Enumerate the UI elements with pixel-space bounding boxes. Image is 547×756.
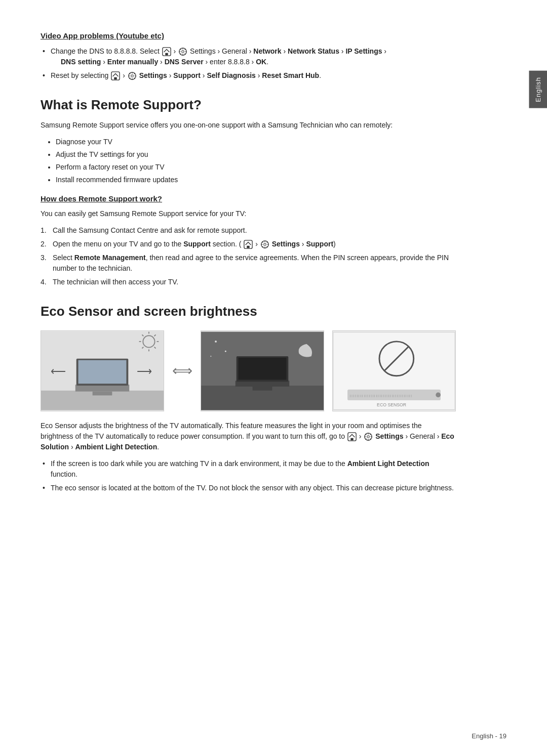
eco-image-1: ⟵ ⟶ bbox=[41, 330, 164, 411]
bullet1-text1: Change the DNS to 8.8.8.8. Select bbox=[51, 47, 162, 55]
list-item: Diagnose your TV bbox=[56, 137, 456, 147]
svg-point-70 bbox=[436, 393, 441, 398]
eco-description: Eco Sensor adjusts the brightness of the… bbox=[41, 421, 456, 452]
video-bullet-2: Reset by selecting › bbox=[41, 70, 456, 81]
eco-images-container: ⟵ ⟶ ⟺ bbox=[41, 330, 456, 411]
svg-line-81 bbox=[370, 439, 371, 440]
how-remote-support-intro: You can easily get Samsung Remote Suppor… bbox=[41, 208, 456, 219]
remote-support-section: What is Remote Support? Samsung Remote S… bbox=[41, 95, 456, 185]
eco-bullet-2: The eco sensor is located at the bottom … bbox=[41, 483, 456, 493]
svg-line-35 bbox=[262, 246, 263, 247]
svg-line-34 bbox=[266, 242, 267, 243]
svg-rect-39 bbox=[75, 385, 129, 392]
step-number: 1. bbox=[41, 225, 47, 236]
settings-icon-3 bbox=[260, 240, 269, 249]
svg-point-62 bbox=[210, 356, 211, 357]
how-remote-support-section: How does Remote Support work? You can ea… bbox=[41, 193, 456, 288]
svg-rect-73 bbox=[350, 438, 353, 441]
bullet2-text: Reset by selecting bbox=[51, 71, 110, 79]
svg-line-21 bbox=[134, 77, 135, 78]
step-text: Call the Samsung Contact Centre and ask … bbox=[53, 226, 247, 234]
settings-icon-4 bbox=[364, 432, 373, 441]
svg-text:⟵: ⟵ bbox=[51, 365, 66, 377]
eco-image-2 bbox=[201, 330, 324, 411]
video-bullet-1: Change the DNS to 8.8.8.8. Select › bbox=[41, 46, 456, 67]
svg-line-22 bbox=[134, 73, 135, 74]
bullet1-text2: › bbox=[174, 47, 178, 55]
settings-icon-2 bbox=[128, 71, 137, 80]
svg-line-82 bbox=[370, 434, 371, 435]
svg-line-9 bbox=[185, 53, 186, 54]
step2-text2: › bbox=[255, 240, 260, 248]
video-app-section: Video App problems (Youtube etc) Change … bbox=[41, 30, 456, 81]
step-text: Open the menu on your TV and go to the S… bbox=[53, 240, 336, 248]
svg-line-33 bbox=[266, 246, 267, 247]
bullet1-text3: Settings › General › Network › Network S… bbox=[190, 47, 386, 55]
eco-sensor-section: Eco Sensor and screen brightness bbox=[41, 302, 456, 493]
home-icon-2 bbox=[111, 71, 120, 80]
step-number: 3. bbox=[41, 253, 47, 263]
remote-support-items: Diagnose your TV Adjust the TV settings … bbox=[41, 137, 456, 185]
svg-rect-1 bbox=[165, 53, 168, 55]
svg-rect-13 bbox=[114, 77, 117, 79]
list-item: Install recommended firmware updates bbox=[56, 175, 456, 185]
svg-rect-25 bbox=[247, 246, 250, 248]
remote-support-intro: Samsung Remote Support service offers yo… bbox=[41, 120, 456, 131]
svg-rect-40 bbox=[93, 392, 112, 396]
how-remote-support-heading: How does Remote Support work? bbox=[41, 193, 456, 205]
home-icon-4 bbox=[347, 432, 357, 441]
svg-line-83 bbox=[366, 439, 367, 440]
svg-line-32 bbox=[262, 242, 263, 243]
svg-point-3 bbox=[182, 51, 184, 53]
svg-text:ECO SENSOR: ECO SENSOR bbox=[377, 402, 406, 407]
step-text: Select Remote Management, then read and … bbox=[53, 254, 449, 272]
svg-rect-57 bbox=[253, 387, 272, 391]
remote-support-heading: What is Remote Support? bbox=[41, 95, 456, 115]
svg-line-20 bbox=[129, 73, 130, 74]
video-app-bullets: Change the DNS to 8.8.8.8. Select › bbox=[41, 46, 456, 81]
svg-point-27 bbox=[264, 243, 266, 246]
home-icon bbox=[162, 47, 171, 56]
svg-point-15 bbox=[131, 75, 134, 77]
svg-text:⟶: ⟶ bbox=[137, 365, 152, 377]
bullet2-text2: › bbox=[123, 71, 127, 79]
step-number: 2. bbox=[41, 239, 47, 249]
step-text: The technician will then access your TV. bbox=[53, 278, 178, 286]
svg-text:||||||||||||||||||||||||||||||: |||||||||||||||||||||||||||||||||||| bbox=[350, 394, 413, 397]
settings-icon-1 bbox=[178, 47, 187, 56]
how-step-2: 2. Open the menu on your TV and go to th… bbox=[41, 239, 456, 249]
list-item: Perform a factory reset on your TV bbox=[56, 162, 456, 173]
svg-line-8 bbox=[180, 49, 181, 50]
home-icon-3 bbox=[244, 240, 253, 249]
how-steps: 1. Call the Samsung Contact Centre and a… bbox=[41, 225, 456, 287]
step-number: 4. bbox=[41, 277, 47, 287]
bullet1-line2: DNS setting › Enter manually › DNS Serve… bbox=[51, 58, 268, 66]
bullet2-text3: Settings › Support › Self Diagnosis › Re… bbox=[139, 71, 321, 79]
page-number: English - 19 bbox=[472, 732, 506, 740]
svg-point-60 bbox=[215, 341, 217, 343]
how-step-1: 1. Call the Samsung Contact Centre and a… bbox=[41, 225, 456, 236]
list-item: Adjust the TV settings for you bbox=[56, 149, 456, 160]
eco-bullet-1: If the screen is too dark while you are … bbox=[41, 458, 456, 480]
svg-line-10 bbox=[185, 49, 186, 50]
svg-point-61 bbox=[225, 351, 226, 352]
svg-line-11 bbox=[180, 53, 181, 54]
arrow-between-images: ⟺ bbox=[172, 360, 192, 382]
how-step-4: 4. The technician will then access your … bbox=[41, 277, 456, 287]
page-footer: English - 19 bbox=[472, 731, 506, 741]
svg-rect-42 bbox=[79, 360, 127, 384]
svg-point-75 bbox=[367, 436, 370, 438]
eco-path-text1: › bbox=[359, 432, 364, 440]
eco-sensor-heading: Eco Sensor and screen brightness bbox=[41, 302, 456, 321]
eco-bullets: If the screen is too dark while you are … bbox=[41, 458, 456, 493]
how-step-3: 3. Select Remote Management, then read a… bbox=[41, 253, 456, 274]
svg-line-23 bbox=[129, 77, 130, 78]
eco-image-3: |||||||||||||||||||||||||||||||||||| ECO… bbox=[332, 330, 456, 411]
language-tab: English bbox=[529, 71, 548, 108]
video-app-title: Video App problems (Youtube etc) bbox=[41, 30, 456, 42]
svg-line-80 bbox=[366, 434, 367, 435]
svg-rect-59 bbox=[239, 358, 287, 380]
